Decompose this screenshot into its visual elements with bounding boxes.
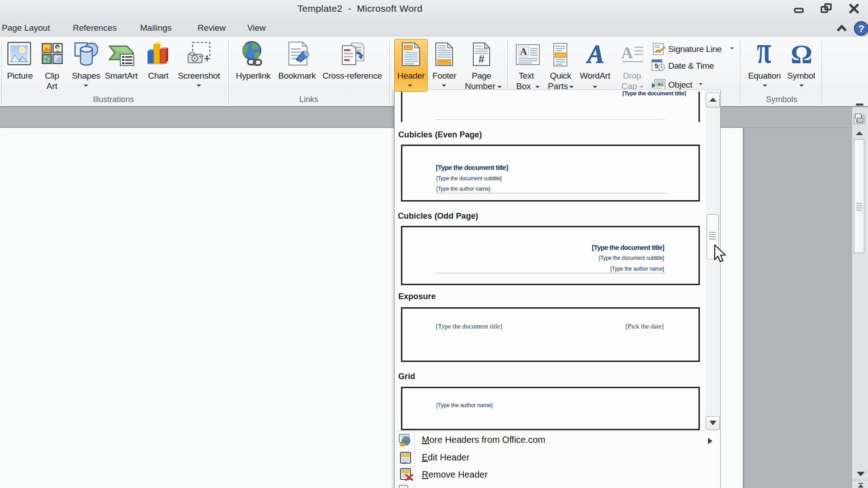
svg-text:?: ? xyxy=(858,23,864,34)
svg-text:#: # xyxy=(478,53,484,65)
svg-text:A: A xyxy=(621,44,633,62)
svg-text:5: 5 xyxy=(655,62,658,70)
svg-text:A: A xyxy=(520,46,527,57)
svg-text:A: A xyxy=(586,43,604,66)
